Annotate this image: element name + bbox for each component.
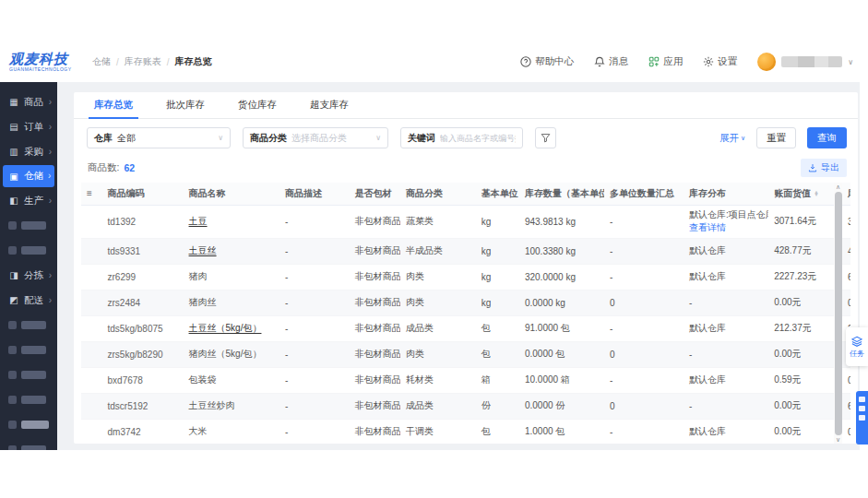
category-select[interactable]: 商品分类 选择商品分类 ∨ bbox=[243, 127, 388, 148]
packaging-flag: 非包材商品 bbox=[350, 290, 400, 315]
vertical-scrollbar-thumb[interactable] bbox=[835, 192, 842, 435]
product-code: dm3742 bbox=[102, 419, 184, 444]
inventory-table-wrap: ≡商品编码商品名称商品描述是否包材商品分类基本单位库存数量（基本单位）▲▼多单位… bbox=[81, 183, 850, 444]
product-name-link[interactable]: 土豆 bbox=[189, 216, 208, 226]
keyword-search-box: 关键词 bbox=[400, 127, 523, 148]
packaging-flag: 非包材商品 bbox=[350, 264, 400, 290]
sidebar-item-redacted[interactable] bbox=[0, 338, 57, 362]
user-menu[interactable]: ∨ bbox=[757, 53, 853, 71]
sidebar-item-redacted[interactable] bbox=[0, 313, 57, 338]
search-button[interactable]: 查询 bbox=[807, 127, 847, 148]
stock-distribution: 默认仓库:项目点仓库查看详情 bbox=[684, 205, 768, 238]
sidebar-item-redacted[interactable] bbox=[0, 437, 57, 450]
column-header[interactable]: 库存数量（基本单位）▲▼ bbox=[519, 183, 604, 205]
product-name-link[interactable]: 土豆丝 bbox=[189, 245, 217, 255]
table-header: ≡商品编码商品名称商品描述是否包材商品分类基本单位库存数量（基本单位）▲▼多单位… bbox=[81, 183, 850, 205]
sidebar-item-redacted[interactable] bbox=[0, 362, 57, 387]
tab-2[interactable]: 货位库存 bbox=[238, 92, 277, 118]
stock-distribution: - bbox=[684, 341, 768, 367]
view-detail-link[interactable]: 查看详情 bbox=[689, 221, 763, 234]
sidebar-item-purchase[interactable]: ▥采购› bbox=[0, 139, 57, 164]
stock-distribution: - bbox=[684, 393, 768, 419]
app-window: 观麦科技 GUANMAITECHNOLOGY 仓储 / 库存账表 / 库存总览 … bbox=[0, 42, 868, 450]
filter-funnel-button[interactable] bbox=[535, 127, 556, 148]
product-desc: - bbox=[279, 264, 350, 290]
avg-price: 4 bbox=[842, 238, 850, 264]
stock-distribution: 默认仓库 bbox=[684, 238, 768, 264]
sidebar-item-orders[interactable]: ▤订单› bbox=[0, 114, 57, 139]
sidebar-item-delivery[interactable]: ◩配送› bbox=[0, 288, 57, 313]
product-code: zr6299 bbox=[102, 264, 184, 290]
redacted-icon bbox=[8, 445, 17, 450]
export-button[interactable]: 导出 bbox=[801, 159, 847, 177]
filter-actions: 展开 ∨ 重置 查询 bbox=[719, 127, 847, 148]
export-icon bbox=[808, 163, 817, 172]
chevron-down-icon: ∨ bbox=[375, 134, 381, 142]
scroll-down-icon[interactable]: ∨ bbox=[836, 435, 840, 444]
help-center-link[interactable]: 帮助中心 bbox=[520, 55, 574, 68]
panel-glyph bbox=[859, 397, 865, 402]
multi-unit-total: - bbox=[604, 264, 684, 290]
multi-unit-total: 0 bbox=[604, 341, 684, 367]
sidebar-item-redacted[interactable] bbox=[0, 213, 57, 238]
keyword-input[interactable] bbox=[440, 134, 516, 143]
stock-quantity: 943.9813 kg bbox=[519, 205, 604, 238]
count-value: 62 bbox=[124, 162, 135, 173]
settings-link[interactable]: 设置 bbox=[703, 55, 737, 68]
warehouse-select[interactable]: 仓库 全部 ∨ bbox=[87, 127, 231, 148]
tab-bar: 库存总览批次库存货位库存超支库存 bbox=[74, 92, 858, 119]
sidebar-item-warehouse[interactable]: ▣仓储› bbox=[3, 165, 54, 187]
task-float-button[interactable]: 任务 bbox=[846, 327, 868, 366]
multi-unit-total: - bbox=[604, 205, 684, 238]
chevron-down-icon: ∨ bbox=[741, 135, 745, 142]
product-name-cell: 猪肉 bbox=[184, 264, 279, 290]
app-grid-icon bbox=[648, 56, 660, 67]
brand-logo[interactable]: 观麦科技 GUANMAITECHNOLOGY bbox=[9, 52, 70, 72]
sidebar-item-redacted[interactable] bbox=[0, 387, 57, 412]
sidebar-item-redacted[interactable] bbox=[0, 412, 57, 437]
product-code: tds9331 bbox=[102, 238, 184, 264]
product-desc: - bbox=[279, 315, 350, 341]
stock-distribution: 默认仓库 bbox=[684, 315, 768, 341]
stock-quantity: 320.0000 kg bbox=[519, 264, 604, 290]
tab-1[interactable]: 批次库存 bbox=[166, 92, 205, 118]
column-header[interactable]: 账面货值▲▼ bbox=[768, 183, 842, 205]
tab-0[interactable]: 库存总览 bbox=[94, 92, 133, 118]
bell-icon bbox=[594, 56, 605, 67]
side-float-panel[interactable] bbox=[856, 391, 868, 445]
vertical-scrollbar[interactable]: ∧ ∨ bbox=[834, 183, 842, 444]
redacted-icon bbox=[8, 221, 17, 230]
redacted-icon bbox=[8, 371, 17, 379]
sidebar-item-sorting[interactable]: ◨分拣› bbox=[0, 263, 57, 288]
column-header: 基本单位 bbox=[476, 183, 519, 205]
table-row: td1392土豆-非包材商品蔬菜类kg943.9813 kg-默认仓库:项目点仓… bbox=[81, 205, 850, 238]
goods-icon: ▦ bbox=[8, 97, 19, 107]
table-row: tdscr5192土豆丝炒肉-非包材商品成品类份0.0000 份0-0.00元6 bbox=[81, 393, 850, 419]
tab-3[interactable]: 超支库存 bbox=[310, 92, 349, 118]
book-value: 0.00元 bbox=[768, 419, 842, 444]
chevron-right-icon: › bbox=[48, 172, 51, 181]
product-category: 肉类 bbox=[400, 264, 476, 290]
sidebar-item-production[interactable]: ◧生产› bbox=[0, 188, 57, 213]
product-name-link[interactable]: 土豆丝（5kg/包） bbox=[189, 323, 262, 333]
breadcrumb-root[interactable]: 仓储 bbox=[92, 55, 111, 68]
sidebar-item-redacted[interactable] bbox=[0, 238, 57, 263]
breadcrumb-parent[interactable]: 库存账表 bbox=[125, 55, 161, 68]
redacted-label bbox=[21, 321, 46, 329]
product-code: zrs2484 bbox=[102, 290, 184, 315]
column-header: 库存分布 bbox=[684, 183, 768, 205]
product-category: 成品类 bbox=[400, 315, 476, 341]
sidebar-item-goods[interactable]: ▦商品› bbox=[0, 89, 57, 114]
column-header: 多单位数量汇总 bbox=[604, 183, 684, 205]
scroll-up-icon[interactable]: ∧ bbox=[836, 183, 840, 192]
reset-button[interactable]: 重置 bbox=[756, 127, 796, 148]
apps-link[interactable]: 应用 bbox=[648, 55, 683, 68]
column-settings-icon[interactable]: ≡ bbox=[81, 183, 102, 205]
messages-link[interactable]: 消息 bbox=[594, 55, 628, 68]
avatar bbox=[757, 53, 776, 71]
sort-icon[interactable]: ▲▼ bbox=[814, 191, 818, 197]
expand-link[interactable]: 展开 ∨ bbox=[719, 132, 745, 145]
orders-icon: ▤ bbox=[8, 122, 19, 132]
column-header: 商品编码 bbox=[102, 183, 184, 205]
redacted-label bbox=[21, 221, 46, 230]
